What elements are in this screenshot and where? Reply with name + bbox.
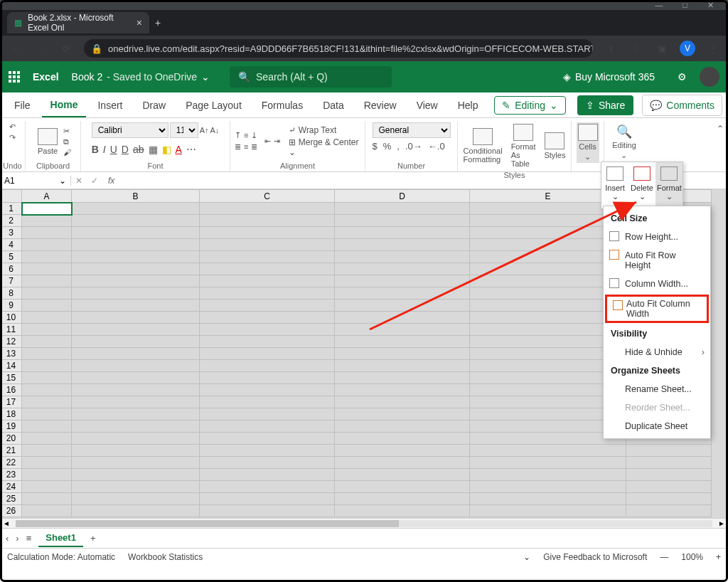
cell[interactable]	[72, 300, 200, 312]
format-as-table-button[interactable]: Format As Table	[508, 122, 539, 169]
cell[interactable]	[335, 396, 470, 408]
percent-icon[interactable]: %	[383, 141, 392, 152]
autofit-row-item[interactable]: Auto Fit Row Height	[604, 246, 710, 275]
cell[interactable]	[626, 481, 712, 493]
cell[interactable]	[470, 481, 626, 493]
cell[interactable]	[22, 251, 72, 263]
cell[interactable]	[335, 275, 470, 287]
cell[interactable]	[72, 251, 200, 263]
cell[interactable]	[626, 469, 712, 481]
cell[interactable]	[22, 300, 72, 312]
row-header[interactable]: 22	[1, 457, 22, 469]
cell[interactable]	[200, 469, 335, 481]
cancel-icon[interactable]: ✕	[71, 176, 87, 186]
share-button[interactable]: ⇪ Share	[577, 95, 633, 115]
ribbon-tab-view[interactable]: View	[408, 94, 446, 117]
back-icon[interactable]: ←	[7, 41, 23, 56]
fx-icon[interactable]: fx	[102, 176, 120, 186]
search-input[interactable]: 🔍 Search (Alt + Q)	[230, 66, 392, 88]
strikethrough-button[interactable]: ab	[133, 144, 144, 155]
cell[interactable]	[470, 445, 626, 457]
cell[interactable]	[72, 396, 200, 408]
comma-icon[interactable]: ,	[397, 141, 400, 152]
cell[interactable]	[335, 493, 470, 505]
cell[interactable]	[72, 408, 200, 420]
cell[interactable]	[72, 481, 200, 493]
cell[interactable]	[72, 203, 200, 215]
document-title[interactable]: Book 2 - Saved to OneDrive ⌄	[72, 71, 210, 83]
font-name-select[interactable]: Calibri	[92, 122, 168, 138]
window-controls[interactable]: — □ ✕	[0, 0, 728, 10]
ribbon-tab-file[interactable]: File	[6, 94, 39, 117]
bookmark-icon[interactable]: ☆	[628, 41, 644, 56]
cell[interactable]	[22, 481, 72, 493]
name-box[interactable]: A1⌄	[0, 176, 71, 186]
row-header[interactable]: 26	[1, 505, 22, 517]
cell[interactable]	[335, 445, 470, 457]
zoom-level[interactable]: 100%	[681, 552, 703, 562]
cut-icon[interactable]: ✂	[63, 127, 71, 136]
cell[interactable]	[72, 505, 200, 517]
cell[interactable]	[22, 505, 72, 517]
align-middle-icon[interactable]: ≡	[244, 131, 248, 140]
cell[interactable]	[72, 469, 200, 481]
cell[interactable]	[335, 324, 470, 336]
cell[interactable]	[335, 372, 470, 384]
col-header[interactable]: D	[335, 190, 470, 203]
cell[interactable]	[72, 384, 200, 396]
rename-sheet-item[interactable]: Rename Sheet...	[604, 380, 710, 398]
underline-button[interactable]: U	[110, 144, 117, 155]
cell[interactable]	[72, 348, 200, 360]
cell[interactable]	[22, 372, 72, 384]
cell[interactable]	[335, 251, 470, 263]
enter-icon[interactable]: ✓	[87, 176, 102, 186]
cell[interactable]	[22, 239, 72, 251]
cell[interactable]	[200, 348, 335, 360]
hide-unhide-item[interactable]: Hide & Unhide›	[604, 343, 710, 361]
cell[interactable]	[626, 445, 712, 457]
autofit-column-item[interactable]: Auto Fit Column Width	[605, 295, 709, 323]
cell[interactable]	[22, 227, 72, 239]
cells-insert-button[interactable]: Insert⌄	[601, 162, 628, 208]
cell[interactable]	[335, 312, 470, 324]
cell[interactable]	[335, 420, 470, 433]
row-header[interactable]: 3	[1, 227, 22, 239]
forward-icon[interactable]: →	[33, 41, 48, 56]
cell[interactable]	[335, 300, 470, 312]
increase-decimal-icon[interactable]: .0→	[405, 141, 422, 152]
cell[interactable]	[72, 312, 200, 324]
cell[interactable]	[72, 457, 200, 469]
row-header[interactable]: 6	[1, 263, 22, 275]
row-header[interactable]: 20	[1, 433, 22, 445]
wrap-text-button[interactable]: ⤶ Wrap Text	[289, 125, 360, 135]
double-underline-button[interactable]: D	[122, 144, 129, 155]
row-header[interactable]: 14	[1, 360, 22, 372]
calc-mode[interactable]: Calculation Mode: Automatic	[7, 552, 115, 562]
row-header[interactable]: 9	[1, 300, 22, 312]
row-header[interactable]: 2	[1, 215, 22, 227]
cell[interactable]	[335, 336, 470, 348]
row-header[interactable]: 10	[1, 312, 22, 324]
extensions-icon[interactable]: ▣	[654, 41, 670, 56]
cell[interactable]	[335, 203, 470, 215]
all-sheets-icon[interactable]: ≡	[26, 533, 32, 544]
settings-icon[interactable]: ⚙	[678, 71, 687, 83]
cell[interactable]	[200, 251, 335, 263]
ribbon-tab-draw[interactable]: Draw	[134, 94, 174, 117]
row-header[interactable]: 11	[1, 324, 22, 336]
ribbon-tab-pagelayout[interactable]: Page Layout	[177, 94, 250, 117]
redo-icon[interactable]: ↷	[9, 133, 16, 142]
cell[interactable]	[200, 396, 335, 408]
row-header[interactable]: 15	[1, 372, 22, 384]
cell[interactable]	[200, 300, 335, 312]
row-header[interactable]: 18	[1, 408, 22, 420]
cell[interactable]	[22, 493, 72, 505]
cell[interactable]	[200, 215, 335, 227]
cell[interactable]	[200, 408, 335, 420]
cell[interactable]	[335, 384, 470, 396]
merge-center-button[interactable]: ⊞ Merge & Center ⌄	[289, 137, 360, 157]
column-width-item[interactable]: Column Width...	[604, 275, 710, 293]
cell[interactable]	[22, 287, 72, 300]
cell[interactable]	[626, 505, 712, 517]
row-header[interactable]: 24	[1, 481, 22, 493]
